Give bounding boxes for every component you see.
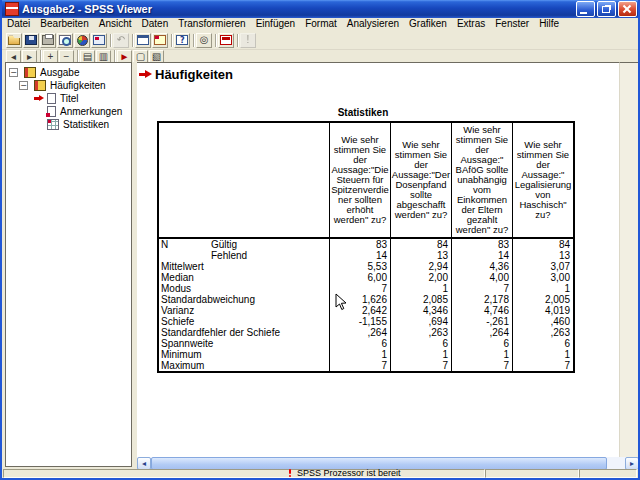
menu-grafiken[interactable]: Grafiken <box>404 18 452 30</box>
save-icon <box>25 35 37 45</box>
row-label-cell: Standardfehler der Schiefe <box>158 327 330 338</box>
value-cell: ,263 <box>391 327 452 338</box>
recall-dialogs-icon <box>93 35 105 45</box>
value-cell: 4,346 <box>391 305 452 316</box>
open-button[interactable] <box>6 33 22 48</box>
table-row: Mittelwert5,532,944,363,07 <box>158 261 574 272</box>
table-icon <box>47 119 59 130</box>
outline-item-titel[interactable]: Titel <box>6 92 131 105</box>
value-cell: 7 <box>513 360 575 372</box>
value-cell: 13 <box>391 250 452 261</box>
undo-button: ↶ <box>113 33 129 48</box>
outline-item-statistiken[interactable]: Statistiken <box>6 118 131 131</box>
insert-heading-icon: ► <box>120 52 130 62</box>
output-heading: Häufigkeiten <box>155 67 233 82</box>
close-button[interactable] <box>618 1 637 17</box>
menu-ansicht[interactable]: Ansicht <box>94 18 137 30</box>
goto-case-button[interactable] <box>152 33 168 48</box>
value-cell: 2,178 <box>452 294 513 305</box>
output-pane: Häufigkeiten Statistiken Wie sehrstimmen… <box>137 62 619 457</box>
table-row: Spannweite6666 <box>158 338 574 349</box>
table-header-row: Wie sehrstimmen SiederAussage:"DieSteuer… <box>158 122 574 238</box>
table-column-header: Wie sehrstimmen SiederAussage:"BAföG sol… <box>452 122 513 238</box>
outline-item-anmerkungen[interactable]: Anmerkungen <box>6 105 131 118</box>
insert-title-icon: ▢ <box>136 52 145 62</box>
value-cell: 1 <box>330 349 391 360</box>
value-cell: 7 <box>330 360 391 372</box>
value-cell: 2,94 <box>391 261 452 272</box>
menu-daten[interactable]: Daten <box>137 18 174 30</box>
row-label: N <box>161 239 211 250</box>
tree-expander-icon[interactable]: − <box>9 68 18 77</box>
print-preview-button[interactable] <box>57 33 73 48</box>
table-row: Modus7171 <box>158 283 574 294</box>
expand-icon: + <box>48 52 54 62</box>
outline-item-haeufigkeiten[interactable]: −Häufigkeiten <box>6 79 131 92</box>
status-panel-2 <box>485 469 579 478</box>
use-sets-button[interactable]: ◎ <box>196 33 212 48</box>
menu-extras[interactable]: Extras <box>452 18 490 30</box>
outline-item-label: Titel <box>59 92 80 105</box>
value-cell: 4,019 <box>513 305 575 316</box>
collapse-icon: − <box>64 52 70 62</box>
value-cell: 1 <box>513 349 575 360</box>
restore-button[interactable] <box>597 1 616 17</box>
row-label: Standardabweichung <box>161 294 255 305</box>
toolbar-separator <box>132 34 133 47</box>
table-row: Minimum1111 <box>158 349 574 360</box>
table-caption: Statistiken <box>157 107 569 118</box>
menu-einfuegen[interactable]: Einfügen <box>251 18 300 30</box>
selected-item-arrow-icon <box>34 95 44 102</box>
select-last-output-button[interactable] <box>218 33 234 48</box>
recall-dialogs-button[interactable] <box>91 33 107 48</box>
outline-item-label: Anmerkungen <box>59 105 123 118</box>
print-button[interactable] <box>40 33 56 48</box>
value-cell: ,460 <box>513 316 575 327</box>
menu-fenster[interactable]: Fenster <box>490 18 534 30</box>
toolbar-separator <box>171 34 172 47</box>
menu-datei[interactable]: Datei <box>2 18 35 30</box>
export-output-button[interactable] <box>74 33 90 48</box>
output-heading-row: Häufigkeiten <box>139 67 233 82</box>
tree-expander-icon[interactable]: − <box>19 81 28 90</box>
goto-data-icon <box>137 35 149 45</box>
menu-transformieren[interactable]: Transformieren <box>173 18 250 30</box>
outline-tree: −Ausgabe−HäufigkeitenTitelAnmerkungenSta… <box>6 66 131 131</box>
outline-item-ausgabe[interactable]: −Ausgabe <box>6 66 131 79</box>
goto-data-button[interactable] <box>135 33 151 48</box>
table-row: Varianz2,6424,3464,7464,019 <box>158 305 574 316</box>
status-bar: SPSS Prozessor ist bereit <box>2 469 638 478</box>
row-label-cell: NGültig <box>158 238 330 250</box>
statistics-table[interactable]: Wie sehrstimmen SiederAussage:"DieSteuer… <box>157 121 575 373</box>
toolbar-separator <box>215 34 216 47</box>
save-button[interactable] <box>23 33 39 48</box>
value-cell: -1,155 <box>330 316 391 327</box>
heading-arrow-icon <box>139 70 152 79</box>
minimize-button[interactable] <box>576 1 595 17</box>
value-cell: 1 <box>452 349 513 360</box>
row-label: Maximum <box>161 360 211 371</box>
designated-window-icon: ! <box>247 35 250 45</box>
menu-bearbeiten[interactable]: Bearbeiten <box>35 18 93 30</box>
value-cell: 2,085 <box>391 294 452 305</box>
value-cell: ,264 <box>452 327 513 338</box>
table-row: NGültig83848384 <box>158 238 574 250</box>
row-label: Modus <box>161 283 211 294</box>
menu-analysieren[interactable]: Analysieren <box>342 18 404 30</box>
value-cell: 3,00 <box>513 272 575 283</box>
status-panel-3 <box>579 469 637 478</box>
show-icon: ▤ <box>83 52 92 62</box>
variables-icon <box>176 35 188 45</box>
export-output-icon <box>77 35 88 46</box>
menu-format[interactable]: Format <box>300 18 342 30</box>
titlebar[interactable]: Ausgabe2 - SPSS Viewer <box>0 0 640 18</box>
menu-hilfe[interactable]: Hilfe <box>534 18 564 30</box>
spss-processor-icon <box>288 469 292 477</box>
row-label: Varianz <box>161 305 211 316</box>
row-label-cell: Median <box>158 272 330 283</box>
vertical-scrollbar-track[interactable] <box>619 62 640 457</box>
note-icon <box>47 106 56 117</box>
select-last-output-icon <box>220 35 232 45</box>
variables-button[interactable] <box>174 33 190 48</box>
value-cell: 1 <box>513 283 575 294</box>
